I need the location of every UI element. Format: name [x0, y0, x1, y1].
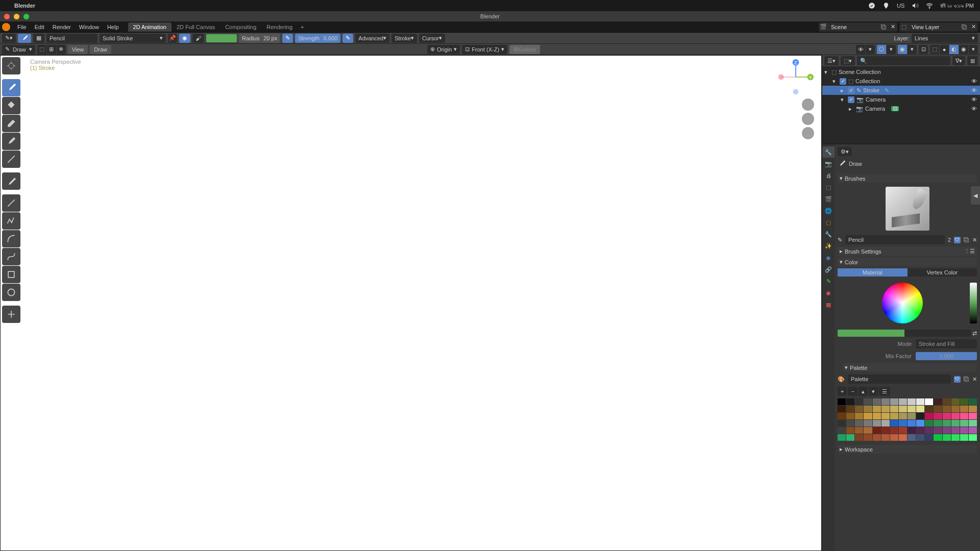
palette-swatch[interactable]	[890, 398, 898, 405]
color-swap-icon[interactable]: ⇄	[972, 330, 977, 337]
prop-tab-world[interactable]: 🌐	[822, 205, 835, 216]
palette-sort-icon[interactable]: ☰	[879, 387, 890, 396]
brush-preview[interactable]	[886, 187, 929, 231]
mix-factor-slider[interactable]: 1.000	[916, 352, 977, 360]
palette-swatch[interactable]	[873, 413, 881, 419]
mode-dropdown[interactable]: Stroke and Fill	[916, 339, 977, 348]
palette-swatch[interactable]	[951, 406, 960, 412]
palette-swatch[interactable]	[881, 413, 890, 419]
workspace-tab-compositing[interactable]: Compositing	[220, 22, 261, 32]
tree-scene-collection[interactable]: ▾⬚ Scene Collection	[822, 67, 980, 77]
origin-dropdown[interactable]: ⊕ Origin▾	[427, 45, 460, 54]
guides-toggle[interactable]: ⊞ Guides	[509, 45, 540, 54]
palette-swatch[interactable]	[855, 406, 863, 412]
app-name[interactable]: Blender	[14, 3, 35, 9]
window-minimize-button[interactable]	[14, 14, 19, 19]
viewlayer-browse-icon[interactable]: ⬚	[899, 22, 909, 32]
palette-swatch[interactable]	[899, 413, 907, 419]
blender-logo-icon[interactable]	[2, 23, 10, 31]
draw-onback-icon[interactable]: ⬚	[37, 45, 46, 54]
palette-swatch[interactable]	[873, 406, 881, 412]
tool-interpolate[interactable]	[2, 306, 20, 323]
strength-pressure-icon[interactable]: ✎	[342, 34, 353, 43]
stroke-visibility-icon[interactable]: 👁	[971, 87, 977, 93]
camera-gizmo-icon[interactable]	[802, 127, 814, 139]
palette-swatch[interactable]	[960, 406, 968, 412]
palette-swatch[interactable]	[943, 427, 951, 434]
window-close-button[interactable]	[4, 14, 10, 19]
palette-swatch[interactable]	[925, 420, 933, 427]
palette-swatch[interactable]	[890, 434, 898, 441]
palette-swatch[interactable]	[855, 427, 863, 434]
palette-swatch[interactable]	[881, 420, 890, 427]
brush-icon[interactable]	[18, 34, 31, 43]
prop-tab-texture[interactable]: ▦	[822, 299, 835, 310]
palette-swatch[interactable]	[864, 406, 872, 412]
palette-swatch[interactable]	[846, 398, 854, 405]
brush-name-field[interactable]: Pencil	[46, 34, 97, 43]
palette-swatch[interactable]	[960, 398, 968, 405]
palette-swatch[interactable]	[881, 427, 890, 434]
palette-swatch[interactable]	[908, 420, 916, 427]
palette-swatch[interactable]	[846, 420, 854, 427]
draw-multiframe-icon[interactable]: ❄	[57, 45, 66, 54]
tool-eyedropper[interactable]	[2, 172, 20, 190]
selectability-icon[interactable]: 👁	[856, 45, 865, 54]
zoom-gizmo-icon[interactable]	[802, 98, 814, 111]
palette-swatch[interactable]	[943, 413, 951, 419]
palette-swatch[interactable]	[943, 398, 951, 405]
palette-swatch[interactable]	[943, 420, 951, 427]
palette-add-color-icon[interactable]: +	[838, 387, 847, 396]
palette-swatch[interactable]	[890, 427, 898, 434]
palette-swatch[interactable]	[846, 406, 854, 412]
workspace-tab-2d-full-canvas[interactable]: 2D Full Canvas	[172, 22, 220, 32]
palette-swatch[interactable]	[838, 398, 846, 405]
palette-swatch[interactable]	[864, 434, 872, 441]
palette-swatch[interactable]	[864, 420, 872, 427]
palette-swatch[interactable]	[943, 434, 951, 441]
palette-swatch[interactable]	[960, 434, 968, 441]
palette-swatch[interactable]	[838, 413, 846, 419]
color-wheel[interactable]	[882, 283, 923, 323]
palette-swatch[interactable]	[873, 434, 881, 441]
prop-tab-render[interactable]: 📷	[822, 158, 835, 169]
menu-window[interactable]: Window	[75, 23, 103, 31]
mode-selector[interactable]: ✎ Draw▾	[2, 45, 35, 54]
palette-swatch[interactable]	[908, 427, 916, 434]
palette-swatch[interactable]	[969, 406, 977, 412]
wifi-icon[interactable]	[926, 2, 933, 9]
shading-material-icon[interactable]: ◐	[949, 45, 959, 54]
palette-name-input[interactable]: Palette	[848, 374, 951, 384]
palette-swatch[interactable]	[916, 413, 924, 419]
palette-swatch[interactable]	[969, 398, 977, 405]
brush-link-icon[interactable]: ✎	[838, 237, 842, 243]
palette-swatch[interactable]	[899, 427, 907, 434]
prop-tab-output[interactable]: 🖨	[822, 170, 835, 181]
brush-unlink-icon[interactable]: ✕	[972, 237, 977, 243]
palette-swatch[interactable]	[881, 434, 890, 441]
brush-name-input[interactable]: Pencil	[845, 235, 945, 244]
menu-render[interactable]: Render	[48, 23, 75, 31]
tool-arc[interactable]	[2, 230, 20, 247]
palette-swatch[interactable]	[908, 413, 916, 419]
editor-type-selector[interactable]: ✎▾	[2, 34, 16, 43]
palette-swatch[interactable]	[864, 413, 872, 419]
outliner-search[interactable]: 🔍	[857, 56, 950, 65]
prop-tab-object[interactable]: ▢	[822, 217, 835, 228]
color-mode-vertex-icon[interactable]: 🖌	[192, 34, 204, 43]
material-field[interactable]: Solid Stroke▾	[100, 34, 166, 43]
outliner-editor-type[interactable]: ☰▾	[824, 56, 839, 65]
outliner-new-collection-icon[interactable]: ⊞	[967, 56, 978, 65]
outliner-display-mode[interactable]: ⬚▾	[841, 56, 855, 65]
palette-swatch[interactable]	[899, 420, 907, 427]
color-panel-header[interactable]: ▾ Color	[838, 258, 977, 266]
viewlayer-new-icon[interactable]: ⿻	[960, 22, 969, 32]
tool-cursor[interactable]	[2, 57, 20, 74]
palette-fake-user-icon[interactable]: 🛡	[954, 376, 961, 383]
draw-additive-icon[interactable]: ⊞	[47, 45, 56, 54]
color-vertex-btn[interactable]: Vertex Color	[908, 268, 977, 277]
xray-toggle-icon[interactable]: ⊡	[919, 45, 928, 54]
palette-swatch[interactable]	[951, 398, 960, 405]
palette-swatch[interactable]	[899, 434, 907, 441]
tool-line[interactable]	[2, 194, 20, 212]
